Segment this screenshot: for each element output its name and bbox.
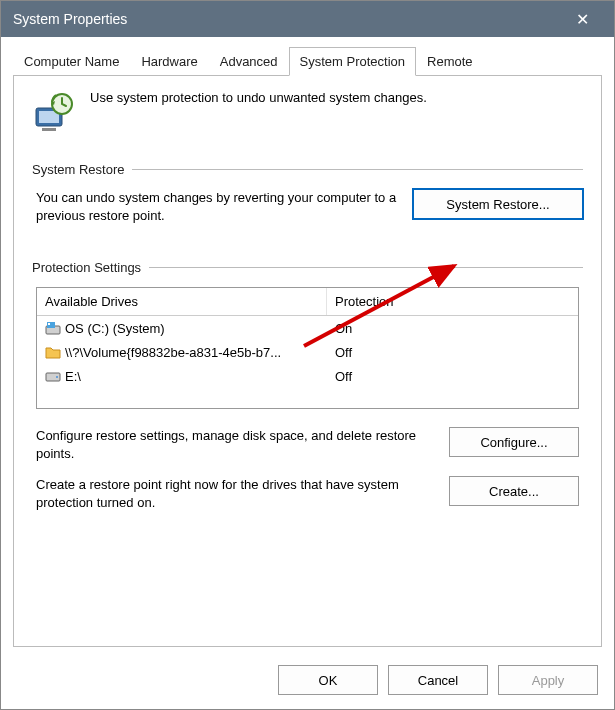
column-header-protection[interactable]: Protection: [327, 288, 578, 315]
divider: [149, 267, 583, 268]
drives-table-header: Available Drives Protection: [37, 288, 578, 316]
system-restore-button[interactable]: System Restore...: [413, 189, 583, 219]
apply-button[interactable]: Apply: [498, 665, 598, 695]
system-restore-description: You can undo system changes by reverting…: [32, 189, 401, 224]
table-row[interactable]: OS (C:) (System) On: [37, 316, 578, 340]
tab-remote[interactable]: Remote: [416, 47, 484, 76]
create-description: Create a restore point right now for the…: [36, 476, 437, 511]
drive-name: OS (C:) (System): [65, 321, 165, 336]
configure-description: Configure restore settings, manage disk …: [36, 427, 437, 462]
svg-rect-2: [42, 128, 56, 131]
folder-icon: [45, 344, 61, 360]
close-icon[interactable]: ✕: [562, 10, 602, 29]
tab-system-protection[interactable]: System Protection: [289, 47, 417, 76]
tab-hardware[interactable]: Hardware: [130, 47, 208, 76]
system-protection-icon: [32, 90, 76, 134]
tab-panel-system-protection: Use system protection to undo unwanted s…: [13, 75, 602, 647]
svg-point-9: [56, 376, 58, 378]
tab-computer-name[interactable]: Computer Name: [13, 47, 130, 76]
create-row: Create a restore point right now for the…: [32, 476, 583, 511]
os-drive-icon: [45, 320, 61, 336]
drive-protection: Off: [327, 366, 578, 386]
table-row[interactable]: E:\ Off: [37, 364, 578, 388]
column-header-drives[interactable]: Available Drives: [37, 288, 327, 315]
drive-name: E:\: [65, 369, 81, 384]
tab-strip: Computer Name Hardware Advanced System P…: [1, 37, 614, 76]
divider: [132, 169, 583, 170]
system-restore-row: You can undo system changes by reverting…: [32, 189, 583, 224]
svg-rect-7: [48, 323, 50, 325]
drive-protection: On: [327, 318, 578, 338]
drives-table: Available Drives Protection OS (C:) (Sys…: [36, 287, 579, 409]
configure-button[interactable]: Configure...: [449, 427, 579, 457]
group-label-system-restore: System Restore: [32, 162, 583, 177]
drive-icon: [45, 368, 61, 384]
drives-table-body: OS (C:) (System) On \\?\Volume{f98832be-…: [37, 316, 578, 408]
intro-section: Use system protection to undo unwanted s…: [32, 90, 583, 134]
system-properties-window: System Properties ✕ Computer Name Hardwa…: [0, 0, 615, 710]
cancel-button[interactable]: Cancel: [388, 665, 488, 695]
titlebar: System Properties ✕: [1, 1, 614, 37]
configure-row: Configure restore settings, manage disk …: [32, 427, 583, 462]
drive-name: \\?\Volume{f98832be-a831-4e5b-b7...: [65, 345, 281, 360]
intro-text: Use system protection to undo unwanted s…: [90, 90, 427, 105]
drive-protection: Off: [327, 342, 578, 362]
tab-advanced[interactable]: Advanced: [209, 47, 289, 76]
group-label-protection-settings: Protection Settings: [32, 260, 583, 275]
table-row[interactable]: \\?\Volume{f98832be-a831-4e5b-b7... Off: [37, 340, 578, 364]
create-button[interactable]: Create...: [449, 476, 579, 506]
window-title: System Properties: [13, 11, 562, 27]
dialog-footer: OK Cancel Apply: [1, 655, 614, 709]
ok-button[interactable]: OK: [278, 665, 378, 695]
